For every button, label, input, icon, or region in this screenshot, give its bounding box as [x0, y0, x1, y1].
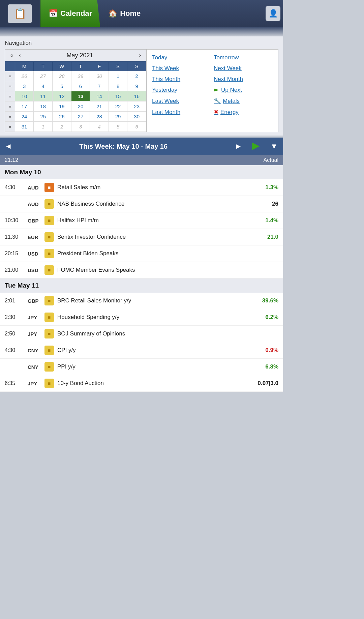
qnav-metals[interactable]: 🔧 Metals: [214, 96, 273, 106]
day-header-sun: S: [127, 62, 146, 71]
calendar-day[interactable]: 2: [53, 122, 71, 132]
week-number[interactable]: »: [5, 101, 15, 112]
event-row[interactable]: 2:30JPY■Household Spending y/y6.2%: [0, 309, 283, 326]
qnav-energy[interactable]: ✖ Energy: [214, 107, 273, 117]
calendar-day[interactable]: 28: [90, 112, 109, 122]
calendar-day[interactable]: 25: [34, 112, 53, 122]
calendar-day[interactable]: 1: [34, 122, 53, 132]
tab-home[interactable]: 🏠 Home: [100, 0, 149, 27]
calendar-day[interactable]: 3: [71, 122, 90, 132]
event-row[interactable]: 11:30EUR■Sentix Investor Confidence21.0: [0, 229, 283, 245]
calendar-day[interactable]: 26: [53, 112, 71, 122]
event-row[interactable]: AUD■NAB Business Confidence26: [0, 196, 283, 212]
qnav-last-week[interactable]: Last Week: [152, 96, 211, 106]
calendar-day[interactable]: 5: [109, 122, 127, 132]
calendar-day[interactable]: 27: [34, 71, 53, 81]
calendar-day[interactable]: 6: [71, 81, 90, 91]
qnav-last-month[interactable]: Last Month: [152, 107, 211, 117]
calendar-day[interactable]: 26: [15, 71, 34, 81]
event-impact-icon: ■: [44, 183, 54, 192]
week-number[interactable]: »: [5, 91, 15, 101]
week-bar-play-button[interactable]: [247, 143, 265, 150]
week-number[interactable]: »: [5, 81, 15, 91]
event-row[interactable]: 6:35JPY■10-y Bond Auction0.07|3.0: [0, 375, 283, 392]
calendar-day[interactable]: 15: [109, 91, 127, 101]
cal-next-button[interactable]: ›: [137, 52, 143, 59]
calendar-day[interactable]: 22: [109, 101, 127, 112]
event-row[interactable]: 4:30CNY■CPI y/y0.9%: [0, 342, 283, 359]
calendar-week-row: »262728293012: [5, 71, 146, 81]
calendar-tab-icon: 📅: [49, 9, 58, 18]
event-list-time: 21:12: [5, 157, 18, 163]
qnav-yesterday[interactable]: Yesterday: [152, 85, 211, 95]
event-row[interactable]: 21:00USD■FOMC Member Evans Speaks: [0, 262, 283, 278]
calendar-day[interactable]: 10: [15, 91, 34, 101]
event-row[interactable]: 2:01GBP■BRC Retail Sales Monitor y/y39.6…: [0, 293, 283, 309]
event-row[interactable]: CNY■PPI y/y6.8%: [0, 359, 283, 375]
calendar-day[interactable]: 11: [34, 91, 53, 101]
calendar-day[interactable]: 5: [53, 81, 71, 91]
calendar-day[interactable]: 29: [109, 112, 127, 122]
week-number[interactable]: »: [5, 112, 15, 122]
week-next-button[interactable]: ►: [230, 142, 247, 151]
event-impact-icon: ■: [44, 265, 54, 275]
calendar-week-row: »17181920212223: [5, 101, 146, 112]
calendar-day[interactable]: 18: [34, 101, 53, 112]
calendar-day[interactable]: 27: [71, 112, 90, 122]
event-name: Halifax HPI m/m: [57, 217, 255, 224]
calendar-day[interactable]: 9: [127, 81, 146, 91]
qnav-next-month[interactable]: Next Month: [214, 75, 273, 84]
calendar-day[interactable]: 20: [71, 101, 90, 112]
calendar-day[interactable]: 12: [53, 91, 71, 101]
qnav-next-week[interactable]: Next Week: [214, 64, 273, 73]
profile-area[interactable]: 👤: [263, 0, 283, 27]
event-currency: AUD: [28, 185, 41, 190]
event-impact-icon: ■: [44, 232, 54, 242]
event-row[interactable]: 20:15USD■President Biden Speaks: [0, 245, 283, 262]
calendar-day[interactable]: 17: [15, 101, 34, 112]
week-prev-button[interactable]: ◄: [0, 138, 17, 155]
calendar-day[interactable]: 4: [90, 122, 109, 132]
calendar-day[interactable]: 13: [71, 91, 90, 101]
calendar-week-row: »10111213141516: [5, 91, 146, 101]
event-name: NAB Business Confidence: [57, 201, 255, 207]
week-number[interactable]: »: [5, 71, 15, 81]
day-header: Tue May 11: [0, 278, 283, 293]
calendar-day[interactable]: 19: [53, 101, 71, 112]
calendar-day[interactable]: 29: [71, 71, 90, 81]
calendar-day[interactable]: 21: [90, 101, 109, 112]
calendar-day[interactable]: 28: [53, 71, 71, 81]
calendar-table: M T W T F S S »262728293012»3456789»1011…: [5, 61, 146, 132]
calendar-day[interactable]: 24: [15, 112, 34, 122]
cal-prev-button[interactable]: ‹: [17, 52, 23, 59]
calendar-day[interactable]: 3: [15, 81, 34, 91]
week-number[interactable]: »: [5, 122, 15, 132]
event-currency: CNY: [28, 348, 41, 353]
qnav-up-next[interactable]: Up Next: [214, 85, 273, 95]
calendar-day[interactable]: 8: [109, 81, 127, 91]
tab-calendar[interactable]: 📅 Calendar: [40, 0, 100, 27]
event-currency: USD: [28, 267, 41, 273]
event-time: 6:35: [5, 380, 24, 386]
calendar-day[interactable]: 30: [127, 112, 146, 122]
calendar-day[interactable]: 23: [127, 101, 146, 112]
calendar-day[interactable]: 31: [15, 122, 34, 132]
calendar-day[interactable]: 6: [127, 122, 146, 132]
calendar-day[interactable]: 1: [109, 71, 127, 81]
qnav-tomorrow[interactable]: Tomorrow: [214, 53, 273, 62]
calendar-day[interactable]: 7: [90, 81, 109, 91]
event-row[interactable]: 4:30AUD■Retail Sales m/m1.3%: [0, 179, 283, 196]
qnav-this-month[interactable]: This Month: [152, 75, 211, 84]
calendar-day[interactable]: 16: [127, 91, 146, 101]
event-row[interactable]: 10:30GBP■Halifax HPI m/m1.4%: [0, 212, 283, 229]
calendar-day[interactable]: 4: [34, 81, 53, 91]
event-currency: JPY: [28, 315, 41, 320]
calendar-day[interactable]: 14: [90, 91, 109, 101]
qnav-today[interactable]: Today: [152, 53, 211, 62]
calendar-day[interactable]: 30: [90, 71, 109, 81]
cal-prev-prev-button[interactable]: «: [8, 52, 16, 59]
qnav-this-week[interactable]: This Week: [152, 64, 211, 73]
calendar-day[interactable]: 2: [127, 71, 146, 81]
event-row[interactable]: 2:50JPY■BOJ Summary of Opinions: [0, 326, 283, 342]
week-bar-filter-button[interactable]: ▼: [265, 142, 283, 151]
